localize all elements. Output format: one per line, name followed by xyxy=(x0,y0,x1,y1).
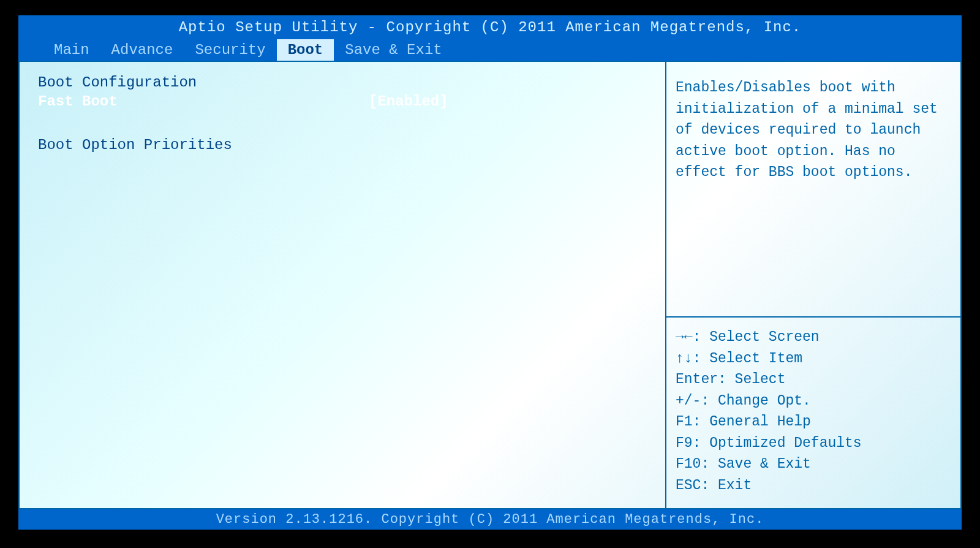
tab-security[interactable]: Security xyxy=(184,39,276,61)
bios-screen: Aptio Setup Utility - Copyright (C) 2011… xyxy=(18,15,962,530)
key-f1: F1: General Help xyxy=(676,411,951,433)
boot-priorities-header[interactable]: Boot Option Priorities xyxy=(38,137,647,153)
key-enter: Enter: Select xyxy=(676,369,951,390)
settings-panel: Boot Configuration Fast Boot [Enabled] B… xyxy=(20,62,666,508)
fast-boot-option[interactable]: Fast Boot [Enabled] xyxy=(38,93,647,110)
footer-text: Version 2.13.1216. Copyright (C) 2011 Am… xyxy=(18,509,962,530)
fast-boot-label: Fast Boot xyxy=(38,93,118,110)
header-title: Aptio Setup Utility - Copyright (C) 2011… xyxy=(18,15,962,39)
help-panel: Enables/Disables boot with initializatio… xyxy=(666,62,960,508)
key-f10: F10: Save & Exit xyxy=(676,454,951,475)
tab-save-exit[interactable]: Save & Exit xyxy=(334,39,453,61)
tab-main[interactable]: Main xyxy=(43,39,100,61)
main-area: Boot Configuration Fast Boot [Enabled] B… xyxy=(18,61,962,509)
tab-boot[interactable]: Boot xyxy=(277,39,334,61)
key-hints: →←: Select Screen ↑↓: Select Item Enter:… xyxy=(666,318,960,508)
fast-boot-value: [Enabled] xyxy=(369,93,448,110)
key-select-item: ↑↓: Select Item xyxy=(676,348,951,370)
key-change: +/-: Change Opt. xyxy=(676,390,951,412)
boot-config-header: Boot Configuration xyxy=(38,74,647,91)
key-select-screen: →←: Select Screen xyxy=(676,327,951,348)
tabs-bar: Main Advance Security Boot Save & Exit xyxy=(18,39,962,61)
key-esc: ESC: Exit xyxy=(676,475,951,497)
key-f9: F9: Optimized Defaults xyxy=(676,433,951,454)
tab-advance[interactable]: Advance xyxy=(100,39,184,61)
help-text: Enables/Disables boot with initializatio… xyxy=(666,62,960,318)
